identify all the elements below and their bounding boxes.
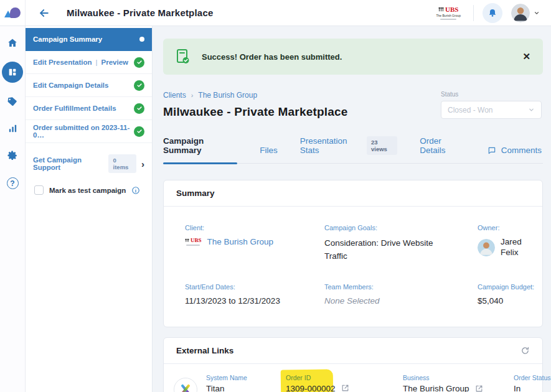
- chevron-down-icon: [534, 10, 540, 16]
- topbar-divider: [473, 5, 474, 21]
- sidebar-item-edit-campaign-details[interactable]: Edit Campaign Details: [26, 74, 152, 97]
- close-icon[interactable]: ✕: [522, 51, 530, 62]
- tag-icon[interactable]: [7, 96, 18, 107]
- sidebar-item-label: Order Fulfillment Details: [33, 105, 130, 112]
- campaign-goals-field: Campaign Goals: Consideration: Drive Web…: [324, 224, 460, 263]
- summary-card: Summary Client: UBS The Burish Group: [163, 180, 543, 327]
- ubs-logo-fineprint: [440, 19, 456, 20]
- sidebar-item-campaign-summary[interactable]: Campaign Summary: [26, 28, 152, 51]
- ubs-logo-text: UBS: [445, 6, 458, 13]
- views-badge: 23 views: [367, 136, 397, 155]
- document-check-icon: [176, 49, 191, 65]
- breadcrumb-clients[interactable]: Clients: [163, 91, 186, 100]
- tab-presentation-stats[interactable]: Presentation Stats 23 views: [300, 136, 397, 163]
- owner-field: Owner: Jared Felix Madison: [478, 224, 551, 263]
- sidebar-item-order-submitted[interactable]: Order submitted on 2023-11-0…: [26, 120, 152, 143]
- sidebar-item-order-fulfillment[interactable]: Order Fulfillment Details: [26, 97, 152, 120]
- refresh-icon[interactable]: [520, 346, 530, 355]
- success-alert: Success! Order has been submitted. ✕: [163, 39, 543, 75]
- owner-name: Jared Felix: [501, 237, 530, 258]
- summary-card-title: Summary: [176, 189, 215, 198]
- order-id-value: 1309-000002: [286, 384, 336, 392]
- step-complete-check-icon: [134, 57, 144, 68]
- user-menu[interactable]: [511, 4, 540, 22]
- sidebar-item-label: Order submitted on 2023-11-0…: [33, 124, 130, 139]
- dashboard-icon[interactable]: [2, 62, 23, 83]
- comment-bubble-icon: [487, 146, 496, 155]
- chevron-down-icon: [528, 106, 535, 113]
- step-complete-check-icon: [134, 80, 144, 91]
- workflow-sidebar: Campaign Summary Edit Presentation | Pre…: [26, 26, 153, 392]
- tab-bar: Campaign Summary Files Presentation Stat…: [163, 136, 543, 164]
- client-field: Client: UBS The Burish Group: [185, 224, 307, 263]
- budget-field: Campaign Budget: $5,040: [478, 283, 551, 306]
- ubs-logo-subtitle: The Burish Group: [436, 14, 461, 17]
- team-members-value: None Selected: [324, 296, 460, 306]
- test-campaign-label: Mark as test campaign: [49, 187, 126, 194]
- window-title: Milwaukee - Private Marketplace: [67, 7, 213, 18]
- help-icon[interactable]: ?: [7, 177, 19, 189]
- tab-campaign-summary[interactable]: Campaign Summary: [163, 136, 237, 163]
- top-bar: Milwaukee - Private Marketplace UBS The …: [0, 0, 551, 26]
- tab-comments[interactable]: Comments: [487, 146, 542, 163]
- support-label: Get Campaign Support: [33, 156, 103, 171]
- business-value: The Burish Group: [403, 384, 469, 392]
- back-button[interactable]: [38, 7, 50, 19]
- step-complete-check-icon: [134, 126, 144, 137]
- home-icon[interactable]: [7, 37, 18, 49]
- sidebar-item-label: Edit Campaign Details: [33, 82, 130, 89]
- test-campaign-checkbox[interactable]: [34, 185, 44, 195]
- back-arrow-icon: [38, 7, 50, 19]
- dates-field: Start/End Dates: 11/13/2023 to 12/31/202…: [185, 283, 307, 306]
- team-members-field: Team Members: None Selected: [324, 283, 460, 306]
- dates-value: 11/13/2023 to 12/31/2023: [185, 296, 307, 306]
- external-links-card: External Links: [163, 337, 543, 392]
- icon-rail: ?: [0, 26, 26, 392]
- page-title: Milwaukee - Private Marketplace: [163, 105, 348, 119]
- ubs-org-logo: UBS The Burish Group: [433, 5, 464, 21]
- ubs-client-logo: UBS: [185, 238, 202, 246]
- step-complete-check-icon: [134, 103, 144, 114]
- business-field: Business The Burish Group: [403, 374, 507, 392]
- ubs-keys-icon: [438, 7, 444, 12]
- preview-link[interactable]: Preview: [101, 58, 130, 66]
- get-campaign-support[interactable]: Get Campaign Support 0 items ›: [26, 154, 152, 173]
- app-logo[interactable]: [0, 0, 26, 26]
- test-campaign-row: Mark as test campaign: [26, 185, 152, 195]
- info-icon[interactable]: [131, 186, 140, 195]
- bell-icon: [487, 8, 497, 18]
- campaign-goals-value: Consideration: Drive Website Traffic: [324, 237, 449, 263]
- support-items-badge: 0 items: [108, 154, 136, 173]
- chevron-right-icon: ›: [141, 159, 144, 169]
- sidebar-item-label: Campaign Summary: [33, 35, 136, 43]
- owner-avatar: [478, 239, 495, 256]
- notifications-button[interactable]: [483, 3, 502, 23]
- app-logo-icon: [4, 7, 21, 19]
- status-select[interactable]: Closed - Won: [441, 101, 542, 119]
- titan-system-logo: [174, 378, 197, 392]
- budget-value: $5,040: [478, 296, 551, 306]
- settings-gear-icon[interactable]: [7, 150, 18, 161]
- alert-message: Success! Order has been submitted.: [202, 52, 342, 62]
- analytics-icon[interactable]: [7, 123, 18, 134]
- order-status-value: In Progress: [514, 384, 551, 392]
- tab-order-details[interactable]: Order Details: [420, 136, 465, 163]
- tab-files[interactable]: Files: [260, 146, 278, 163]
- order-status-field: Order Status In Progress: [514, 374, 551, 392]
- status-value: Closed - Won: [448, 106, 492, 114]
- order-id-field: Order ID 1309-000002: [286, 374, 397, 392]
- edit-presentation-link[interactable]: Edit Presentation: [33, 58, 92, 66]
- status-label: Status: [441, 91, 542, 98]
- breadcrumb: Clients › The Burish Group: [163, 91, 348, 100]
- order-id-highlight: Order ID 1309-000002: [286, 374, 336, 392]
- external-link-icon[interactable]: [475, 385, 483, 392]
- client-link[interactable]: The Burish Group: [207, 237, 274, 246]
- system-name-field: System Name Titan: [206, 374, 280, 392]
- sidebar-item-edit-presentation[interactable]: Edit Presentation | Preview: [26, 51, 152, 74]
- external-links-title: External Links: [176, 346, 233, 355]
- user-avatar: [511, 4, 530, 22]
- main-content: Success! Order has been submitted. ✕ Cli…: [153, 26, 551, 392]
- system-name-value: Titan: [206, 384, 280, 392]
- breadcrumb-client-name[interactable]: The Burish Group: [198, 91, 257, 100]
- external-link-icon[interactable]: [341, 384, 349, 392]
